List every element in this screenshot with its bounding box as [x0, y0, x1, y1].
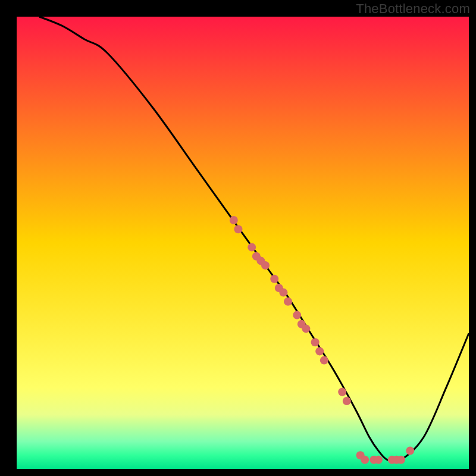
curve-marker: [315, 347, 324, 355]
watermark-label: TheBottleneck.com: [356, 1, 470, 17]
curve-marker: [302, 324, 310, 333]
curve-marker: [338, 388, 346, 396]
curve-marker: [293, 311, 301, 320]
curve-marker: [320, 356, 328, 365]
curve-marker: [234, 225, 242, 233]
curve-marker: [230, 216, 238, 224]
curve-marker: [397, 456, 405, 464]
plot-background: [17, 17, 469, 469]
curve-marker: [248, 243, 256, 252]
curve-marker: [279, 289, 287, 297]
curve-marker: [406, 447, 414, 455]
curve-marker: [311, 338, 320, 346]
bottleneck-chart: [0, 0, 476, 476]
curve-marker: [343, 397, 351, 405]
curve-marker: [261, 261, 270, 270]
curve-marker: [361, 456, 369, 464]
curve-marker: [284, 298, 292, 306]
curve-marker: [374, 456, 383, 464]
chart-container: TheBottleneck.com: [0, 0, 476, 476]
curve-marker: [270, 275, 278, 283]
